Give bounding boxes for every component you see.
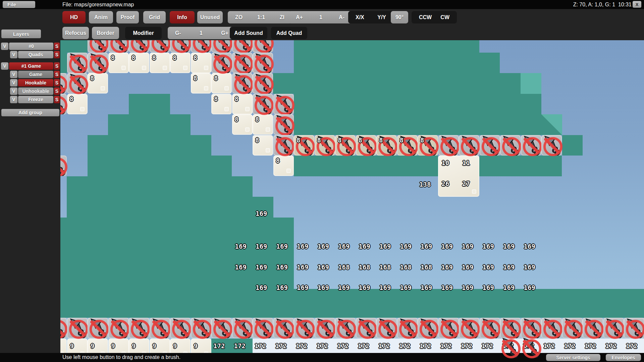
noentry-hook-icon [211, 318, 232, 338]
status-hint: Use left mouse button to drag and create… [62, 354, 180, 360]
layer-shared-toggle[interactable]: S [54, 62, 60, 70]
terrain-rect [294, 114, 541, 135]
toolbar-segment-zo[interactable]: ZO [232, 14, 245, 20]
toolbar-button-modifier[interactable]: Modifier [125, 27, 162, 39]
layer-row-game[interactable]: Game [18, 71, 53, 78]
toolbar-segment-g+[interactable]: G+ [218, 30, 231, 36]
toolbar-segment-ccw[interactable]: CCW [416, 14, 434, 20]
layers-panel-header[interactable]: Layers [1, 29, 41, 38]
zoom-anim-grid-indicator: Z: 70, A: 1,0, G: 1 10:31 [573, 2, 632, 8]
toolbar-segment-g-[interactable]: G- [172, 30, 184, 36]
toolbar-segment-a-[interactable]: A- [336, 14, 347, 20]
layer-visibility-toggle[interactable]: V [1, 62, 8, 70]
layer-row-unhookable[interactable]: Unhookable [18, 87, 53, 95]
server-settings-button[interactable]: Server settings [546, 354, 600, 361]
terrain-rect [67, 197, 273, 218]
add-group-button[interactable]: Add group [1, 109, 59, 116]
noentry-hook-icon [356, 318, 376, 338]
noentry-hook-icon [170, 40, 191, 52]
game-tile-number: 169 [503, 285, 515, 291]
game-tile-number: 169 [318, 243, 329, 250]
layer-shared-toggle[interactable]: S [54, 71, 60, 78]
game-tile-number: 168 [379, 264, 391, 270]
toolbar-button-unused[interactable]: Unused [197, 11, 223, 23]
tile-index-number: 8 [297, 137, 300, 143]
game-tile-number: 168 [338, 264, 350, 270]
game-tile-number: 169 [359, 243, 370, 250]
noentry-hook-icon [459, 135, 479, 156]
toolbar-button-zo-1:1-zi: ZO1:1ZI [228, 11, 292, 23]
noentry-hook-icon [60, 318, 67, 338]
game-tile-number: 169 [441, 264, 453, 270]
game-tile-number: 169 [379, 285, 391, 291]
game-tile-number: 169 [503, 243, 515, 250]
noentry-hook-icon [129, 40, 149, 52]
layer-row-1game[interactable]: #1 Game [9, 62, 53, 70]
game-tile-number: 169 [359, 285, 370, 291]
noentry-hook-icon [232, 53, 253, 73]
toolbar-button-border[interactable]: Border [92, 27, 119, 39]
toolbar-button-addquad[interactable]: Add Quad [271, 27, 307, 39]
game-tile-number: 9 [173, 343, 177, 349]
toolbar-button-addsound[interactable]: Add Sound [230, 27, 267, 39]
terrain-rect [88, 135, 211, 156]
noentry-hook-icon [67, 53, 88, 73]
noentry-hook-icon [170, 318, 191, 338]
noentry-hook-icon [129, 318, 149, 338]
noentry-hook-icon [67, 73, 88, 94]
toolbar-button-proof[interactable]: Proof [116, 11, 139, 23]
close-button[interactable]: X [633, 1, 641, 8]
toolbar-button-anim[interactable]: Anim [89, 11, 113, 23]
toolbar-button-info[interactable]: Info [170, 11, 195, 23]
noentry-hook-icon [376, 318, 397, 338]
toolbar-segment-cw[interactable]: CW [438, 14, 452, 20]
layer-shared-toggle[interactable]: S [54, 43, 60, 50]
layer-shared-toggle[interactable]: S [54, 51, 60, 58]
game-tile-number: 169 [256, 210, 267, 217]
layer-visibility-toggle[interactable]: V [10, 96, 17, 103]
layer-visibility-toggle[interactable]: V [10, 71, 17, 78]
terrain-rect [67, 176, 253, 197]
layer-visibility-toggle[interactable]: V [1, 43, 8, 50]
game-tile-number: 169 [524, 243, 535, 250]
tile-index-number: 8 [235, 96, 238, 102]
noentry-hook-icon [480, 318, 500, 338]
toolbar-segment-xx[interactable]: X/X [353, 14, 367, 20]
map-tile [60, 339, 67, 353]
game-tile-number: 172 [482, 343, 493, 349]
layer-shared-toggle[interactable]: S [54, 79, 60, 86]
layer-row-0[interactable]: #0 [9, 43, 53, 50]
toolbar-segment-11[interactable]: 1:1 [255, 14, 268, 20]
game-tile-number: 169 [462, 264, 473, 270]
toolbar-button-refocus[interactable]: Refocus [62, 27, 89, 39]
toolbar-segment-1[interactable]: 1 [317, 14, 325, 20]
game-tile-number: 138 [419, 181, 431, 188]
map-canvas[interactable]: 8888888888888888888888169169169169169169… [60, 40, 644, 353]
envelopes-button[interactable]: Envelopes [606, 354, 641, 361]
layer-row-hookable[interactable]: Hookable [18, 79, 53, 86]
toolbar-segment-a+[interactable]: A+ [293, 14, 306, 20]
toolbar-button-g--1-g+: G-1G+ [168, 27, 236, 39]
noentry-hook-icon [108, 318, 129, 338]
toolbar-segment-zi[interactable]: ZI [277, 14, 287, 20]
toolbar-button-hd[interactable]: HD [62, 11, 86, 23]
toolbar-segment-yy[interactable]: Y/Y [375, 14, 389, 20]
layer-row-freeze[interactable]: Freeze [18, 96, 53, 103]
noentry-hook-icon [603, 318, 624, 338]
toolbar-button-grid[interactable]: Grid [143, 11, 166, 23]
game-tile-number: 9 [153, 343, 156, 349]
layer-shared-toggle[interactable]: S [54, 87, 60, 95]
layer-shared-toggle[interactable]: S [54, 96, 60, 103]
layer-visibility-toggle[interactable]: V [10, 79, 17, 86]
game-tile-number: 169 [256, 243, 267, 250]
layer-row-quads[interactable]: Quads [18, 51, 53, 58]
toolbar-button-90[interactable]: 90° [391, 11, 408, 23]
file-menu-button[interactable]: File [3, 1, 35, 8]
toolbar-segment-1[interactable]: 1 [197, 30, 205, 36]
noentry-hook-icon [232, 40, 253, 52]
layer-visibility-toggle[interactable]: V [10, 51, 17, 58]
game-tile-number: 169 [483, 264, 494, 270]
noentry-hook-icon [438, 318, 459, 338]
layer-visibility-toggle[interactable]: V [10, 87, 17, 95]
game-tile-number: 169 [256, 285, 267, 291]
